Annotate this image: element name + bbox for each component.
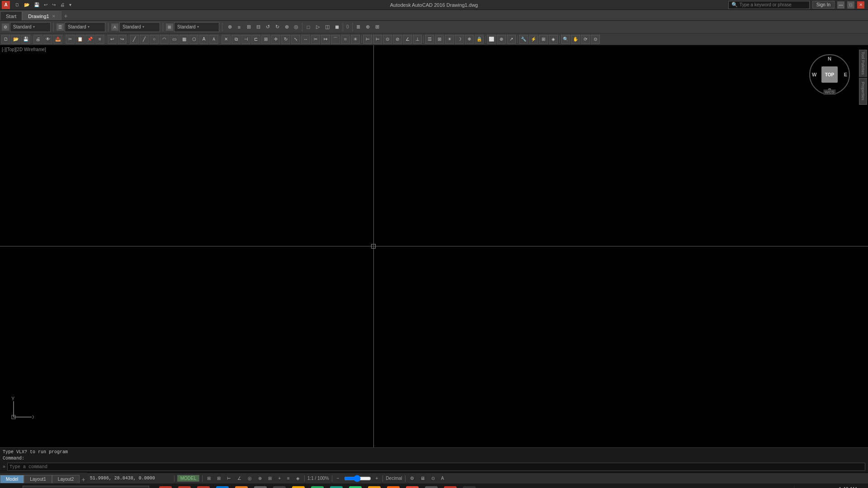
status-ucs-btn[interactable]: ⊞ <box>266 476 274 481</box>
sign-in-button[interactable]: Sign In <box>812 1 835 9</box>
taskbar-app-firefox[interactable]: 🦊 <box>384 483 402 488</box>
tab-drawing1[interactable]: Drawing1 ✕ <box>22 11 61 20</box>
tb2-layeron[interactable]: ☀ <box>445 35 454 44</box>
tb2-offset[interactable]: ⊏ <box>251 35 260 44</box>
status-isolate-btn[interactable]: ⊙ <box>429 476 437 481</box>
tb2-3dorbit[interactable]: ⟳ <box>581 35 590 44</box>
layout-tab-model[interactable]: Model <box>0 475 24 483</box>
layers-dropdown[interactable]: Standard ▾ <box>65 22 105 32</box>
tb2-undo[interactable]: ↩ <box>108 35 117 44</box>
tb2-pasteclip[interactable]: 📌 <box>85 35 94 44</box>
status-settings-btn[interactable]: ⚙ <box>408 476 416 481</box>
tb2-fillet[interactable]: ⌒ <box>331 35 340 44</box>
drawing-viewport[interactable]: [-][Top][2D Wireframe] N S W E TOP WCS T… <box>0 45 868 447</box>
command-input[interactable] <box>7 463 865 471</box>
tb1-icon11[interactable]: ◫ <box>323 23 332 32</box>
status-ortho-btn[interactable]: ⊢ <box>225 476 233 481</box>
layout-tab-layout2[interactable]: Layout2 <box>52 475 80 483</box>
status-hardware-btn[interactable]: 🖥 <box>419 476 427 481</box>
status-polar-btn[interactable]: ∠ <box>236 476 243 481</box>
navigation-compass[interactable]: N S W E TOP WCS <box>809 54 850 95</box>
tb2-mirror[interactable]: ⊣ <box>241 35 250 44</box>
tb2-designcenter[interactable]: ◈ <box>549 35 558 44</box>
quick-access-redo[interactable]: ↪ <box>51 2 57 7</box>
status-otrack-btn[interactable]: ⊕ <box>256 476 264 481</box>
title-search-box[interactable]: 🔍 <box>728 1 810 9</box>
tb2-rect[interactable]: ▭ <box>170 35 179 44</box>
status-model-indicator[interactable]: MODEL <box>177 475 200 482</box>
tb2-move[interactable]: ✛ <box>271 35 280 44</box>
status-osnap-btn[interactable]: ◎ <box>246 476 254 481</box>
tb1-icon13[interactable]: ≣ <box>354 23 363 32</box>
zoom-slider[interactable] <box>344 476 371 481</box>
tb2-layerfreeze[interactable]: ❄ <box>465 35 474 44</box>
tb2-chamfer[interactable]: ⌗ <box>341 35 350 44</box>
tb1-icon15[interactable]: ⊞ <box>373 23 382 32</box>
status-anno-btn[interactable]: A <box>439 476 446 481</box>
tb1-icon14[interactable]: ⊕ <box>363 23 373 32</box>
tb2-polyline[interactable]: ╱ <box>140 35 149 44</box>
tb2-plot[interactable]: 🖨 <box>33 35 42 44</box>
tb2-layeroff[interactable]: ☽ <box>455 35 464 44</box>
tb2-publish[interactable]: 📤 <box>53 35 62 44</box>
tb2-explode[interactable]: ✳ <box>351 35 360 44</box>
tb2-dimaligned[interactable]: ⊢ <box>373 35 382 44</box>
tb2-dimdiameter[interactable]: ⊘ <box>393 35 402 44</box>
tb2-preview[interactable]: 👁 <box>43 35 52 44</box>
taskbar-app-c1[interactable]: C <box>327 483 345 488</box>
tb1-icon12[interactable]: ◼ <box>332 23 341 32</box>
status-grid-btn[interactable]: ⊞ <box>205 476 212 481</box>
tb2-text[interactable]: A <box>199 35 208 44</box>
status-lw-btn[interactable]: ≡ <box>285 476 292 481</box>
taskbar-app-y[interactable]: Y <box>365 483 383 488</box>
tb2-extend[interactable]: ↦ <box>321 35 330 44</box>
quick-access-save[interactable]: 💾 <box>33 2 41 7</box>
taskbar-app-autocad2[interactable]: A <box>175 483 193 488</box>
tb2-copyclip[interactable]: 📋 <box>75 35 85 44</box>
tb2-array[interactable]: ⊞ <box>261 35 270 44</box>
tb1-icon6[interactable]: ↻ <box>273 23 282 32</box>
tb2-line[interactable]: ╱ <box>130 35 139 44</box>
tb2-matchprop[interactable]: ≡ <box>95 35 104 44</box>
tb2-dimangular[interactable]: ∠ <box>403 35 412 44</box>
tb2-layerlock[interactable]: 🔒 <box>475 35 484 44</box>
tb2-copy[interactable]: ⧉ <box>231 35 241 44</box>
tb2-rotate[interactable]: ↻ <box>281 35 290 44</box>
tb1-icon9[interactable]: □ <box>304 23 313 32</box>
tb2-region[interactable]: ⬡ <box>189 35 198 44</box>
new-tab-button[interactable]: + <box>61 11 71 20</box>
tb1-icon8[interactable]: ◎ <box>292 23 301 32</box>
tb2-xref[interactable]: ↗ <box>507 35 516 44</box>
tb2-save[interactable]: 💾 <box>21 35 30 44</box>
scale-dropdown[interactable]: Standard ▾ <box>174 22 219 32</box>
maximize-button[interactable]: □ <box>847 1 854 9</box>
status-zoom-in-btn[interactable]: + <box>374 476 380 481</box>
tb2-new[interactable]: 🗋 <box>1 35 10 44</box>
quick-access-dropdown[interactable]: ▾ <box>68 2 73 7</box>
taskbar-app-autocad4[interactable]: A <box>213 483 231 488</box>
taskbar-app-c2[interactable]: C <box>346 483 364 488</box>
taskbar-app-autocad1[interactable]: A <box>156 483 175 488</box>
taskbar-search-box[interactable]: 🔍 Type here to search <box>23 486 149 488</box>
tb2-erase[interactable]: ✕ <box>222 35 231 44</box>
minimize-button[interactable]: — <box>837 1 844 9</box>
tb1-icon2[interactable]: ≡ <box>235 23 244 32</box>
taskbar-app-m[interactable]: M <box>422 483 440 488</box>
tab-start[interactable]: Start <box>0 11 22 20</box>
tb2-circle[interactable]: ○ <box>150 35 159 44</box>
tb2-arc[interactable]: ◠ <box>160 35 169 44</box>
taskbar-app-c3[interactable]: C <box>441 483 459 488</box>
tb1-icon3[interactable]: ⊞ <box>244 23 253 32</box>
tb2-trim[interactable]: ✂ <box>311 35 320 44</box>
status-dyn-btn[interactable]: + <box>276 476 283 481</box>
tab-drawing1-close-icon[interactable]: ✕ <box>52 14 56 19</box>
tb1-icon10[interactable]: ▷ <box>313 23 322 32</box>
tb2-insert[interactable]: ⊕ <box>497 35 506 44</box>
tb2-redo[interactable]: ↪ <box>118 35 127 44</box>
layout-tab-layout1[interactable]: Layout1 <box>24 475 52 483</box>
workspace-dropdown[interactable]: Standard ▾ <box>10 22 51 32</box>
tb2-toolpalettes[interactable]: ⊞ <box>539 35 548 44</box>
tb2-dimordinate[interactable]: ⊥ <box>413 35 422 44</box>
tb2-pan[interactable]: ✋ <box>571 35 580 44</box>
tb2-layer[interactable]: ☰ <box>425 35 434 44</box>
